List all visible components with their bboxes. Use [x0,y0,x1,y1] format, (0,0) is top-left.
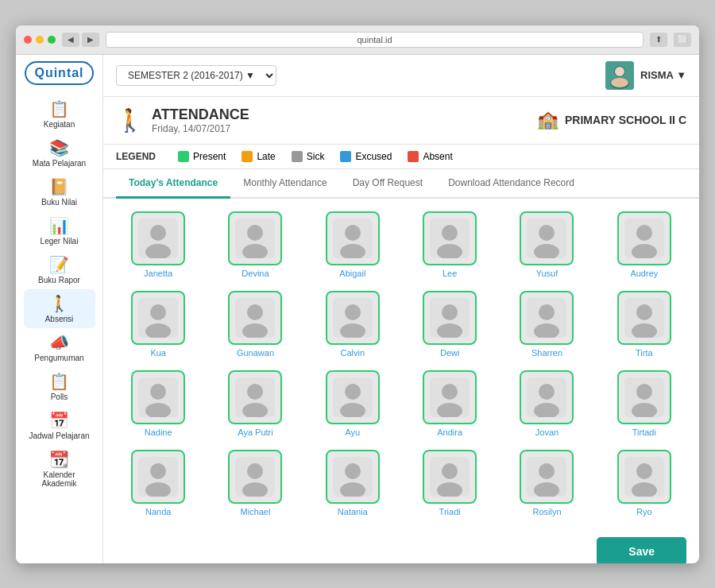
student-card[interactable]: Kua [116,291,200,358]
student-card[interactable]: Audrey [602,211,686,278]
sidebar-item-buku-rapor[interactable]: 📝 Buku Rapor [24,250,95,289]
minimize-button[interactable] [36,36,44,44]
student-name: Audrey [630,269,658,278]
svg-point-72 [539,463,555,479]
svg-point-45 [247,384,263,400]
student-card[interactable]: Yusuf [504,211,589,278]
student-photo [131,211,185,265]
student-name: Tirta [636,348,653,358]
class-area: 🏫 PRIMARY SCHOOL II C [537,110,686,130]
student-card[interactable]: Michael [213,450,297,516]
student-card[interactable]: Natania [311,450,395,516]
student-card[interactable]: Andira [408,370,492,437]
maximize-button[interactable] [48,36,56,44]
sidebar-label-buku-rapor: Buku Rapor [38,276,80,284]
svg-point-12 [345,225,361,241]
sidebar-item-kegiatan[interactable]: 📋 Kegiatan [24,95,95,133]
logo-area: Quintal [25,61,93,85]
student-card[interactable]: Janetta [116,211,200,278]
share-button[interactable]: ⬆ [650,33,667,47]
traffic-lights [24,36,56,44]
tab-0[interactable]: Today's Attendance [116,169,230,199]
sidebar-item-pengumuman[interactable]: 📣 Pengumuman [24,328,95,367]
student-card[interactable]: Sharren [504,291,589,358]
tab-2[interactable]: Day Off Request [340,169,436,199]
legend-absent: Absent [408,151,452,162]
student-name: Abigail [339,269,365,278]
student-card[interactable]: Triadi [408,450,492,516]
student-card[interactable]: Nadine [116,370,200,437]
student-photo [326,291,380,345]
svg-point-51 [442,384,458,400]
attendance-icon: 🚶 [116,107,144,133]
student-card[interactable]: Devina [213,211,297,278]
student-name: Jovan [535,427,558,437]
sidebar-item-leger-nilai[interactable]: 📊 Leger Nilai [24,211,95,250]
sidebar-item-kalender-akademik[interactable]: 📆 Kalender Akademik [24,445,95,493]
svg-point-48 [345,384,361,400]
polls-icon: 📋 [49,372,69,391]
close-button[interactable] [24,36,32,44]
url-bar[interactable]: quintal.id [106,32,644,48]
save-button[interactable]: Save [597,537,686,563]
student-name: Andira [437,427,462,437]
student-card[interactable]: Nanda [116,450,200,516]
student-name: Nanda [145,507,171,516]
student-card[interactable]: Dewi [408,291,492,358]
student-card[interactable]: Ayu [311,370,395,437]
sidebar-label-buku-nilai: Buku Nilai [41,198,77,207]
back-button[interactable]: ◀ [62,33,79,47]
student-photo [423,291,477,345]
svg-point-36 [539,304,555,320]
student-photo [228,370,282,424]
sidebar-item-polls[interactable]: 📋 Polls [24,367,95,406]
student-name: Rosilyn [532,507,561,516]
student-card[interactable]: Rosilyn [504,450,589,516]
svg-point-66 [345,463,361,479]
student-photo [520,370,574,424]
student-photo [228,211,282,265]
pengumuman-icon: 📣 [49,333,69,352]
student-card[interactable]: Tirta [602,291,686,358]
student-card[interactable]: Abigail [311,211,395,278]
student-name: Gunawan [237,348,274,358]
class-name: PRIMARY SCHOOL II C [565,114,686,126]
sidebar-item-jadwal-pelajaran[interactable]: 📅 Jadwal Pelajaran [24,406,95,445]
student-photo [423,370,477,424]
attendance-title-area: 🚶 ATTENDANCE Friday, 14/07/2017 [116,106,249,134]
sidebar-label-jadwal-pelajaran: Jadwal Pelajaran [29,431,89,440]
student-card[interactable]: Tirtadi [602,370,686,437]
student-card[interactable]: Gunawan [213,291,297,358]
tab-1[interactable]: Monthly Attendance [230,169,339,199]
svg-point-69 [442,463,458,479]
svg-point-57 [636,384,652,400]
sidebar-label-kalender-akademik: Kalender Akademik [27,470,92,488]
sidebar-label-mata-pelajaran: Mata Pelajaran [33,159,86,168]
sidebar-item-absensi[interactable]: 🚶 Absensi [24,289,95,328]
student-card[interactable]: Jovan [504,370,589,437]
svg-point-39 [636,304,652,320]
student-name: Kua [150,348,166,358]
mata-pelajaran-icon: 📚 [49,138,69,157]
student-card[interactable]: Calvin [311,291,395,358]
forward-button[interactable]: ▶ [82,33,99,47]
student-photo [520,291,574,345]
sidebar-label-absensi: Absensi [45,315,74,323]
student-name: Nadine [145,427,172,437]
semester-select[interactable]: SEMESTER 2 (2016-2017) ▼ [116,65,276,86]
absent-label: Absent [423,151,452,162]
sidebar-label-leger-nilai: Leger Nilai [41,237,79,246]
student-card[interactable]: Aya Putri [213,370,297,437]
student-card[interactable]: Lee [408,211,492,278]
attendance-info: ATTENDANCE Friday, 14/07/2017 [152,106,249,134]
sidebar-item-buku-nilai[interactable]: 📔 Buku Nilai [24,172,95,211]
attendance-title: ATTENDANCE [152,106,249,123]
student-card[interactable]: Ryo [602,450,686,516]
student-name: Tirtadi [632,427,656,437]
tab-3[interactable]: Download Attendance Record [435,169,587,199]
student-name: Sharren [531,348,562,358]
bookmark-button[interactable]: ⬜ [674,33,691,47]
student-photo [423,450,477,504]
sidebar-item-mata-pelajaran[interactable]: 📚 Mata Pelajaran [24,133,95,172]
svg-point-33 [442,304,458,320]
